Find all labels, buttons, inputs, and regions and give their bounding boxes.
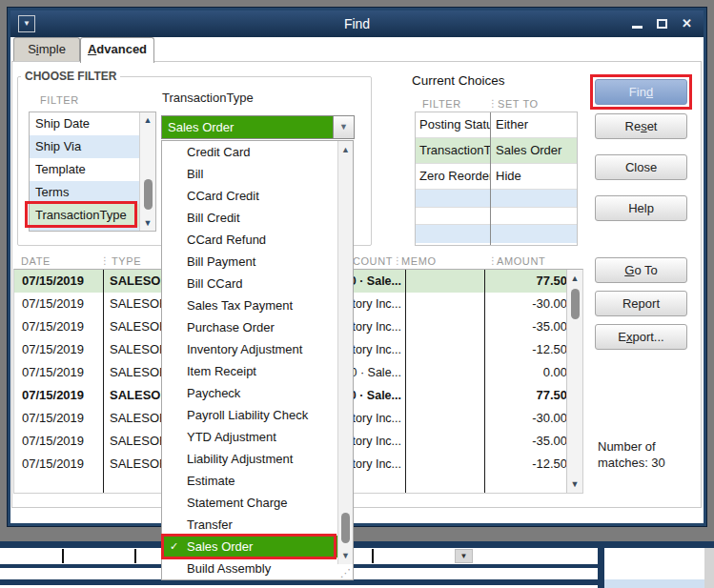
results-header-memo[interactable]: MEMO: [401, 255, 437, 267]
table-row-empty: [416, 208, 577, 225]
dropdown-option[interactable]: Bill Credit: [162, 207, 337, 229]
minimize-icon[interactable]: [632, 20, 643, 29]
results-header-type[interactable]: TYPE: [112, 255, 141, 267]
dropdown-option[interactable]: Estimate: [162, 470, 337, 492]
dropdown-option[interactable]: CCard Refund: [162, 229, 337, 251]
scroll-down-icon[interactable]: ▼: [140, 216, 155, 230]
current-choices-table: Posting Status Either TransactionType Sa…: [415, 112, 578, 246]
combobox-dropdown-button[interactable]: ▼: [333, 116, 354, 138]
maximize-icon[interactable]: [657, 19, 667, 29]
cc-header-set-to: SET TO: [498, 98, 539, 110]
table-row[interactable]: Zero Reorder ... Hide: [416, 164, 577, 190]
scroll-up-icon[interactable]: ▲: [567, 272, 582, 285]
dropdown-option[interactable]: Credit Card: [162, 141, 337, 163]
dropdown-option[interactable]: Item Receipt: [162, 360, 337, 382]
resize-grip-icon[interactable]: ⋰: [340, 567, 351, 579]
dropdown-option[interactable]: Transfer: [162, 514, 337, 536]
choose-filter-label: CHOOSE FILTER: [21, 70, 120, 83]
filter-item-template[interactable]: Template: [30, 158, 139, 181]
scroll-thumb[interactable]: [341, 513, 350, 543]
close-button[interactable]: Close: [595, 154, 687, 180]
column-separator-icon: ⋮: [488, 98, 498, 109]
number-of-matches: Number of matches: 30: [598, 438, 665, 471]
dropdown-option[interactable]: Bill: [162, 163, 337, 185]
find-dialog: ▼ Find ✕ Simple Advanced CHOOSE FILTER F…: [8, 8, 706, 526]
table-row-empty: [416, 225, 577, 243]
dropdown-option[interactable]: Purchase Order: [162, 316, 337, 338]
current-choices-title: Current Choices: [412, 73, 505, 88]
chevron-down-icon: ▼: [339, 122, 348, 132]
find-button[interactable]: Find: [595, 79, 687, 105]
transaction-type-dropdown-list: Credit Card Bill CCard Credit Bill Credi…: [161, 140, 354, 580]
bg-column-divider: [372, 549, 374, 563]
report-button[interactable]: Report: [595, 291, 687, 316]
dropdown-option[interactable]: Inventory Adjustment: [162, 338, 337, 360]
dropdown-option-sales-order[interactable]: ✓ Sales Order: [162, 536, 337, 558]
scroll-down-icon[interactable]: ▼: [338, 549, 353, 562]
table-row-selected[interactable]: TransactionType Sales Order: [416, 138, 577, 164]
tab-simple[interactable]: Simple: [13, 37, 80, 61]
filter-item-ship-via[interactable]: Ship Via: [30, 135, 139, 158]
cc-header-filter: FILTER: [422, 98, 461, 110]
dropdown-option[interactable]: Liability Adjustment: [162, 448, 337, 470]
help-button[interactable]: Help: [595, 195, 687, 221]
filter-list: Ship Date Ship Via Template Terms Transa…: [29, 112, 156, 232]
filter-item-terms[interactable]: Terms: [30, 181, 139, 204]
dropdown-option[interactable]: CCard Credit: [162, 185, 337, 207]
title-bar[interactable]: ▼ Find ✕: [10, 10, 704, 37]
dropdown-option[interactable]: YTD Adjustment: [162, 426, 337, 448]
close-icon[interactable]: ✕: [682, 19, 692, 29]
dropdown-scrollbar[interactable]: ▲ ▼: [337, 141, 353, 564]
bg-panel-strip: [604, 579, 714, 588]
results-column-line: [103, 270, 104, 493]
scroll-down-icon[interactable]: ▼: [567, 477, 582, 491]
window-menu-icon[interactable]: ▼: [18, 15, 35, 32]
transaction-type-combobox[interactable]: Sales Order ▼: [161, 115, 355, 139]
results-header-date[interactable]: DATE: [21, 255, 51, 267]
dropdown-option[interactable]: Payroll Liability Check: [162, 404, 337, 426]
scroll-up-icon[interactable]: ▲: [140, 113, 155, 127]
dialog-client-area: ▼ Find ✕ Simple Advanced CHOOSE FILTER F…: [10, 10, 704, 523]
window-title: Find: [10, 10, 704, 37]
results-column-line: [484, 270, 485, 493]
dropdown-option[interactable]: Sales Tax Payment: [162, 294, 337, 316]
bg-scrollbar[interactable]: [704, 548, 714, 588]
bg-vertical-divider: [598, 548, 604, 588]
scroll-thumb[interactable]: [144, 179, 153, 210]
results-scrollbar[interactable]: ▲ ▼: [566, 270, 582, 493]
dropdown-option[interactable]: Bill CCard: [162, 273, 337, 294]
dropdown-option[interactable]: Build Assembly: [162, 558, 337, 579]
checkmark-icon: ✓: [170, 536, 178, 558]
dropdown-option[interactable]: Paycheck: [162, 382, 337, 404]
bg-window-border-top: [0, 541, 714, 548]
cc-column-line: [490, 112, 491, 245]
bg-dropdown-arrow-icon: ▼: [460, 552, 468, 560]
export-button[interactable]: Export...: [595, 324, 687, 350]
results-column-line: [405, 270, 406, 493]
bg-column-divider: [134, 549, 136, 563]
results-header-amount[interactable]: AMOUNT: [497, 255, 545, 267]
scroll-thumb[interactable]: [571, 289, 580, 319]
filter-item-transactiontype[interactable]: TransactionType: [30, 204, 139, 227]
tab-advanced[interactable]: Advanced: [80, 37, 154, 63]
dropdown-option[interactable]: Statement Charge: [162, 492, 337, 514]
filter-item-partial: [30, 227, 139, 231]
bg-column-divider: [62, 549, 64, 563]
go-to-button[interactable]: Go To: [595, 257, 687, 283]
reset-button[interactable]: Reset: [595, 113, 687, 139]
filter-list-scrollbar[interactable]: ▲ ▼: [139, 112, 155, 231]
combobox-value: Sales Order: [162, 116, 354, 138]
scroll-up-icon[interactable]: ▲: [338, 143, 353, 156]
transaction-type-label: TransactionType: [162, 91, 254, 105]
table-row-empty: [416, 190, 577, 208]
filter-item-ship-date[interactable]: Ship Date: [30, 112, 139, 135]
column-separator-icon[interactable]: ⋮: [100, 255, 110, 266]
filter-column-header: FILTER: [40, 94, 79, 106]
dropdown-option[interactable]: Bill Payment: [162, 251, 337, 273]
table-row[interactable]: Posting Status Either: [416, 112, 577, 138]
bg-dropdown-button[interactable]: ▼: [455, 549, 473, 563]
